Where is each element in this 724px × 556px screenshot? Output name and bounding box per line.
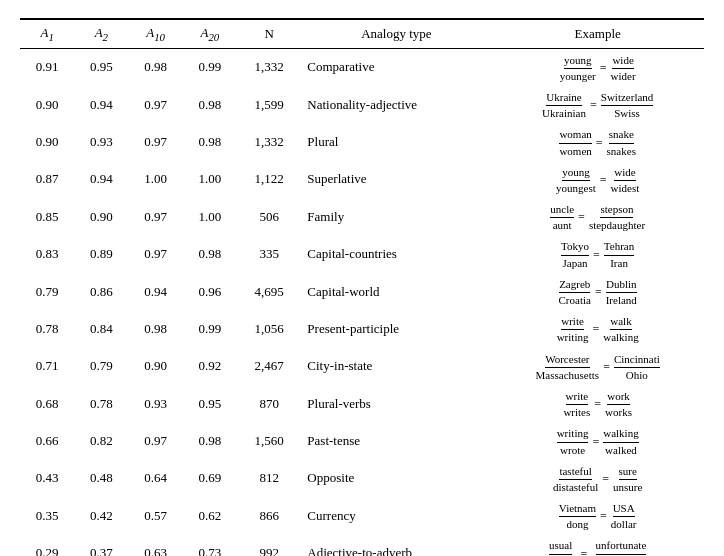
fraction-left-denominator: writing <box>557 330 589 344</box>
cell-a1: 0.71 <box>20 348 74 385</box>
header-example: Example <box>491 19 704 48</box>
cell-a2: 0.78 <box>74 385 128 422</box>
header-n: N <box>237 19 301 48</box>
equals-sign: = <box>602 472 609 487</box>
cell-analogy-type: Capital-countries <box>301 235 491 272</box>
table-row: 0.430.480.640.69812Opposite tasteful dis… <box>20 460 704 497</box>
cell-a1: 0.66 <box>20 422 74 459</box>
cell-n: 1,122 <box>237 161 301 198</box>
cell-a10: 1.00 <box>128 161 182 198</box>
fraction-left: write writes <box>563 390 590 419</box>
cell-a2: 0.93 <box>74 123 128 160</box>
table-row: 0.660.820.970.981,560Past-tense writing … <box>20 422 704 459</box>
fraction-left-numerator: writing <box>557 427 589 442</box>
fraction-right: Dublin Ireland <box>606 278 637 307</box>
cell-a20: 0.98 <box>183 86 237 123</box>
example-equation: young youngest = wide widest <box>556 166 639 195</box>
cell-a10: 0.93 <box>128 385 182 422</box>
cell-a20: 1.00 <box>183 198 237 235</box>
fraction-right-denominator: Ohio <box>626 368 648 382</box>
cell-n: 866 <box>237 497 301 534</box>
cell-example: Vietnam dong = USA dollar <box>491 497 704 534</box>
fraction-left-numerator: Worcester <box>545 353 589 368</box>
cell-a10: 0.98 <box>128 310 182 347</box>
equals-sign: = <box>600 509 607 524</box>
fraction-right-numerator: wide <box>612 54 633 69</box>
table-row: 0.900.940.970.981,599Nationality-adjecti… <box>20 86 704 123</box>
fraction-right-numerator: work <box>607 390 630 405</box>
example-equation: write writes = work works <box>563 390 632 419</box>
fraction-right-denominator: Iran <box>610 256 628 270</box>
cell-n: 992 <box>237 534 301 556</box>
cell-a2: 0.94 <box>74 86 128 123</box>
table-row: 0.710.790.900.922,467City-in-state Worce… <box>20 348 704 385</box>
equals-sign: = <box>592 322 599 337</box>
cell-a1: 0.85 <box>20 198 74 235</box>
cell-a10: 0.63 <box>128 534 182 556</box>
cell-example: woman women = snake snakes <box>491 123 704 160</box>
cell-a2: 0.90 <box>74 198 128 235</box>
cell-a1: 0.68 <box>20 385 74 422</box>
table-row: 0.680.780.930.95870Plural-verbs write wr… <box>20 385 704 422</box>
header-a1: A1 <box>20 19 74 48</box>
cell-a10: 0.57 <box>128 497 182 534</box>
fraction-right-denominator: wider <box>611 69 636 83</box>
fraction-right-denominator: dollar <box>611 517 637 531</box>
cell-n: 506 <box>237 198 301 235</box>
cell-a1: 0.91 <box>20 48 74 86</box>
header-analogy: Analogy type <box>301 19 491 48</box>
equals-sign: = <box>600 61 607 76</box>
fraction-right-denominator: walked <box>605 443 637 457</box>
example-equation: tasteful distasteful = sure unsure <box>553 465 642 494</box>
fraction-left-denominator: youngest <box>556 181 596 195</box>
cell-n: 4,695 <box>237 273 301 310</box>
cell-example: Worcester Massachusetts = Cincinnati Ohi… <box>491 348 704 385</box>
fraction-left-denominator: wrote <box>560 443 585 457</box>
cell-a20: 0.99 <box>183 48 237 86</box>
table-row: 0.790.860.940.964,695Capital-world Zagre… <box>20 273 704 310</box>
cell-analogy-type: Capital-world <box>301 273 491 310</box>
fraction-left-numerator: uncle <box>550 203 574 218</box>
example-equation: Ukraine Ukrainian = Switzerland Swiss <box>542 91 653 120</box>
equals-sign: = <box>594 397 601 412</box>
cell-analogy-type: Currency <box>301 497 491 534</box>
cell-analogy-type: Past-tense <box>301 422 491 459</box>
fraction-right-numerator: stepson <box>600 203 633 218</box>
example-equation: young younger = wide wider <box>560 54 636 83</box>
fraction-left-numerator: woman <box>559 128 591 143</box>
fraction-left: woman women <box>559 128 591 157</box>
fraction-right: walk walking <box>603 315 638 344</box>
equals-sign: = <box>590 98 597 113</box>
fraction-left-numerator: young <box>562 166 590 181</box>
fraction-left-numerator: write <box>561 315 584 330</box>
fraction-left: write writing <box>557 315 589 344</box>
fraction-right: unfortunate unfortunately <box>591 539 650 556</box>
fraction-left: young younger <box>560 54 596 83</box>
cell-a2: 0.37 <box>74 534 128 556</box>
cell-example: tasteful distasteful = sure unsure <box>491 460 704 497</box>
cell-analogy-type: City-in-state <box>301 348 491 385</box>
cell-example: usual usually = unfortunate unfortunatel… <box>491 534 704 556</box>
equals-sign: = <box>603 360 610 375</box>
equals-sign: = <box>593 248 600 263</box>
equals-sign: = <box>596 136 603 151</box>
fraction-right-numerator: snake <box>609 128 634 143</box>
fraction-right-denominator: stepdaughter <box>589 218 645 232</box>
fraction-right-numerator: sure <box>619 465 637 480</box>
cell-a1: 0.78 <box>20 310 74 347</box>
cell-analogy-type: Nationality-adjective <box>301 86 491 123</box>
cell-a20: 0.73 <box>183 534 237 556</box>
fraction-left-denominator: Massachusetts <box>536 368 600 382</box>
table-row: 0.350.420.570.62866Currency Vietnam dong… <box>20 497 704 534</box>
header-a2: A2 <box>74 19 128 48</box>
example-equation: Tokyo Japan = Tehran Iran <box>561 240 634 269</box>
fraction-left-numerator: young <box>564 54 592 69</box>
fraction-left: writing wrote <box>557 427 589 456</box>
fraction-left-denominator: younger <box>560 69 596 83</box>
fraction-left: young youngest <box>556 166 596 195</box>
cell-analogy-type: Family <box>301 198 491 235</box>
equals-sign: = <box>600 173 607 188</box>
fraction-right: Switzerland Swiss <box>601 91 654 120</box>
cell-a20: 1.00 <box>183 161 237 198</box>
cell-a1: 0.90 <box>20 86 74 123</box>
